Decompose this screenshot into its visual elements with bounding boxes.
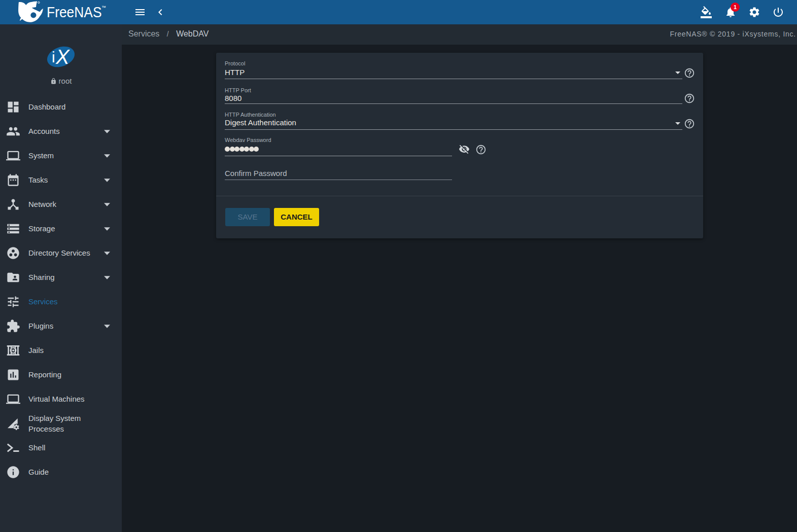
svg-text:i: i bbox=[52, 49, 55, 65]
svg-text:X: X bbox=[55, 46, 70, 68]
